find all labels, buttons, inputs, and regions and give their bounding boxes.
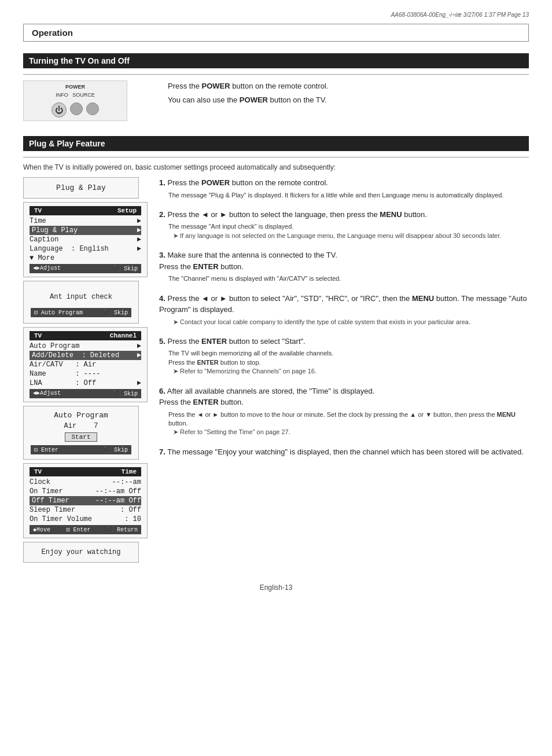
- step-7: 7. The message "Enjoy your watching" is …: [159, 446, 529, 458]
- auto-program-footer: ⊡ Enter ⬛ Skip: [31, 445, 131, 454]
- time-screen-footer: ◆Move ⊡ Enter ⬛ Return: [30, 525, 141, 534]
- plug-play-section: Plug & Play Feature When the TV is initi…: [23, 136, 529, 566]
- step-5: 5. Press the ENTER button to select "Sta…: [159, 336, 529, 376]
- channel-row-adddelete: Add/Delete : Deleted ►: [30, 351, 141, 360]
- setup-screen-footer: ◄►Adjust ⬛ Skip: [30, 264, 141, 273]
- step-4: 4. Press the ◄ or ► button to select "Ai…: [159, 293, 529, 326]
- channel-row-autoprog: Auto Program ►: [30, 342, 141, 351]
- steps-text-column: 1. Press the POWER button on the remote …: [159, 177, 529, 467]
- ant-check-footer: ⊡ Auto Program ⬛ Skip: [31, 308, 131, 317]
- enjoy-screen: Enjoy your watching: [23, 542, 139, 563]
- screens-column: Plug & Play TV Setup Time ► Plug & Play …: [23, 177, 148, 566]
- setup-screen: TV Setup Time ► Plug & Play ► Caption ►: [23, 202, 148, 277]
- step-6: 6. After all available channels are stor…: [159, 386, 529, 437]
- remote-image: POWER INFO SOURCE ⏻: [23, 80, 127, 121]
- page-footer: English-13: [23, 583, 529, 592]
- file-info: AA68-03806A-00Eng_√÷iæ 3/27/06 1:37 PM P…: [391, 12, 529, 18]
- time-row-offtimer: Off Timer --:--am Off: [30, 496, 141, 505]
- step-2: 2. Press the ◄ or ► button to select the…: [159, 209, 529, 240]
- auto-program-screen: Auto Program Air 7 Start ⊡ Enter ⬛ Skip: [23, 406, 139, 460]
- setup-row-time: Time ►: [30, 216, 141, 226]
- time-row-sleeptimer: Sleep Timer : Off: [30, 505, 141, 515]
- remote-illustration: POWER INFO SOURCE ⏻: [23, 80, 156, 126]
- plug-play-screen: Plug & Play: [23, 177, 139, 199]
- turning-tv-title: Turning the TV On and Off: [23, 53, 529, 68]
- page-number: English-13: [260, 583, 293, 592]
- turning-tv-content: POWER INFO SOURCE ⏻ Press the PO: [23, 80, 529, 126]
- plug-play-content: Plug & Play TV Setup Time ► Plug & Play …: [23, 177, 529, 566]
- channel-screen: TV Channel Auto Program ► Add/Delete : D…: [23, 327, 148, 402]
- step-1: 1. Press the POWER button on the remote …: [159, 177, 529, 200]
- plug-play-title: Plug & Play Feature: [23, 136, 529, 151]
- start-button: Start: [65, 432, 97, 442]
- setup-row-more: ▼ More: [30, 254, 141, 263]
- turning-tv-description: Press the POWER button on the remote con…: [168, 80, 529, 108]
- turning-tv-section: Turning the TV On and Off POWER INFO SOU…: [23, 53, 529, 126]
- time-row-ontimervolume: On Timer Volume : 10: [30, 515, 141, 524]
- channel-row-aircatv: Air/CATV : Air: [30, 360, 141, 369]
- step-3: 3. Make sure that the antenna is connect…: [159, 249, 529, 283]
- time-screen: TV Time Clock --:--am On Timer --:--am O…: [23, 463, 148, 538]
- setup-row-plugplay: Plug & Play ►: [30, 226, 141, 235]
- plug-play-intro: When the TV is initially powered on, bas…: [23, 163, 529, 171]
- channel-screen-footer: ◄►Adjust ⬛ Skip: [30, 389, 141, 398]
- setup-row-caption: Caption ►: [30, 235, 141, 244]
- setup-row-language: Language : English ►: [30, 244, 141, 254]
- time-row-clock: Clock --:--am: [30, 478, 141, 487]
- ant-check-screen: Ant input check ⊡ Auto Program ⬛ Skip: [23, 281, 139, 324]
- channel-row-name: Name : ----: [30, 369, 141, 379]
- channel-row-lna: LNA : Off ►: [30, 379, 141, 388]
- operation-title: Operation: [23, 24, 529, 42]
- page-header: AA68-03806A-00Eng_√÷iæ 3/27/06 1:37 PM P…: [23, 12, 529, 18]
- time-row-ontimer: On Timer --:--am Off: [30, 487, 141, 496]
